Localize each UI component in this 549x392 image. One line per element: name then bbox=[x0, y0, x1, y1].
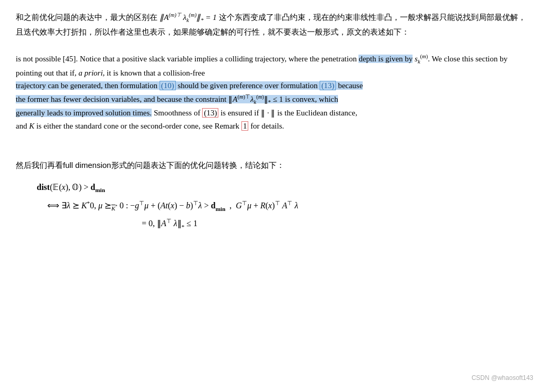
ref-10: (10) bbox=[160, 81, 176, 90]
formula-line-2: ⟺ ∃λ ⪰ K*0, μ ⪰K* 0 : −g⊤μ + (At(x) − b)… bbox=[47, 197, 533, 215]
chinese-intro-text: 和之前优化问题的表达中，最大的区别在 ‖A(m)⊤ λk(m)‖* = 1 这个… bbox=[16, 10, 533, 38]
divider bbox=[16, 146, 533, 155]
ref-remark1: 1 bbox=[241, 121, 249, 131]
highlighted-former: the former has fewer decision variables,… bbox=[16, 95, 338, 103]
formula-line-1: dist(𝔼(x), 𝕆) > dmin bbox=[37, 179, 533, 196]
chinese-section2-text: 然后我们再看full dimension形式的问题表达下面的优化问题转换，结论如… bbox=[16, 161, 533, 171]
english-paragraph: is not possible [45]. Notice that a posi… bbox=[16, 48, 533, 137]
ref-13: (13) bbox=[320, 81, 336, 90]
formula-line-3: = 0, ‖A⊤ λ‖* ≤ 1 bbox=[142, 215, 533, 232]
page-container: 和之前优化问题的表达中，最大的区别在 ‖A(m)⊤ λk(m)‖* = 1 这个… bbox=[16, 10, 533, 232]
watermark-text: CSDN @whaosoft143 bbox=[471, 374, 533, 382]
highlighted-generally: generally leads to improved solution tim… bbox=[16, 109, 152, 117]
formula-block: dist(𝔼(x), 𝕆) > dmin ⟺ ∃λ ⪰ K*0, μ ⪰K* 0… bbox=[37, 179, 533, 232]
highlighted-depth: depth is given by bbox=[358, 55, 413, 63]
highlighted-trajectory: trajectory can be generated, then formul… bbox=[16, 81, 363, 90]
text-and-k: and K is either the standard cone or the… bbox=[16, 121, 284, 131]
math-expression-1: ‖A(m)⊤ λk(m)‖* = 1 bbox=[160, 13, 218, 22]
text-is-not-possible: is not possible [45]. Notice that a posi… bbox=[16, 55, 358, 63]
text-smoothness: Smoothness of (13) is ensured if ‖ · ‖ i… bbox=[152, 108, 357, 118]
ref-13b: (13) bbox=[202, 108, 218, 118]
